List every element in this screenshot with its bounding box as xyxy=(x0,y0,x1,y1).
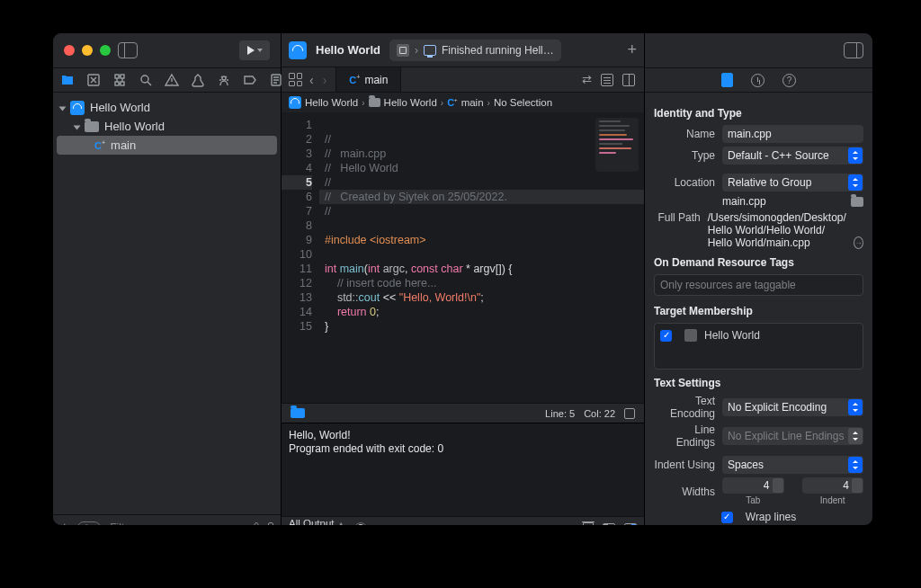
svg-rect-3 xyxy=(115,82,119,85)
console-scope[interactable]: All Output ▲▼ xyxy=(289,518,345,527)
console-filter-input[interactable] xyxy=(372,523,574,527)
tree-folder-row[interactable]: Hello World xyxy=(57,117,277,136)
test-navigator-icon[interactable] xyxy=(191,73,205,87)
tree-file-row[interactable]: C+ main xyxy=(57,136,277,155)
name-label: Name xyxy=(654,128,715,140)
filter-scope-icon[interactable]: ⊙≡ xyxy=(77,521,101,527)
inspector-body: Identity and Type Name main.cpp Type Def… xyxy=(645,93,872,526)
section-identity: Identity and Type xyxy=(654,107,863,120)
toggle-left-panel-icon[interactable] xyxy=(118,42,138,58)
encoding-select[interactable]: No Explicit Encoding xyxy=(722,398,863,416)
choose-location-icon[interactable] xyxy=(851,197,863,207)
inspector-selector: ? xyxy=(645,67,872,93)
editor-toolbar: Hello World › Finished running Hell… + xyxy=(282,33,644,67)
code-editor[interactable]: 123456789101112131415 //// main.cpp// He… xyxy=(282,112,644,403)
xcode-project-icon xyxy=(289,96,301,109)
path-icon[interactable] xyxy=(291,408,305,418)
editor-tab[interactable]: C+ main xyxy=(336,67,401,92)
jump-bar[interactable]: Hello World › Hello World › C+ main › No… xyxy=(282,93,644,112)
related-items-icon[interactable] xyxy=(289,73,302,86)
minimize-button[interactable] xyxy=(82,45,93,56)
cpp-file-icon: C+ xyxy=(447,97,457,109)
run-button[interactable] xyxy=(239,40,270,60)
navigator-filter-input[interactable] xyxy=(110,521,245,527)
wrap-label: Wrap lines xyxy=(746,511,796,523)
inspector-titlebar xyxy=(645,33,872,67)
issue-navigator-icon[interactable] xyxy=(165,73,179,87)
debug-navigator-icon[interactable] xyxy=(217,73,231,87)
minimap[interactable] xyxy=(595,118,639,172)
scheme-status-label: Finished running Hell… xyxy=(442,44,554,57)
project-tree: Hello World Hello World C+ main xyxy=(53,93,281,514)
toggle-right-panel-icon[interactable] xyxy=(844,42,863,58)
editor-mode-icon[interactable] xyxy=(624,408,635,419)
cpp-file-icon: C+ xyxy=(349,74,360,86)
navigator-selector xyxy=(53,67,281,93)
split-editor-icon[interactable] xyxy=(622,74,635,86)
jump-segment[interactable]: main xyxy=(461,97,484,108)
wrap-checkbox[interactable] xyxy=(721,512,733,523)
jump-segment[interactable]: Hello World xyxy=(305,97,358,108)
reveal-in-finder-icon[interactable] xyxy=(854,236,863,249)
disclosure-triangle-icon[interactable] xyxy=(74,125,81,129)
recent-files-icon[interactable] xyxy=(254,522,259,527)
jump-to-line-icon[interactable]: ⇄ xyxy=(582,73,592,86)
nav-forward-button[interactable]: › xyxy=(321,73,329,87)
scm-filter-icon[interactable] xyxy=(268,522,273,527)
filter-icon: ⦿ xyxy=(354,522,367,527)
type-label: Type xyxy=(654,149,715,162)
variables-pane-toggle[interactable] xyxy=(603,523,615,527)
tab-sublabel: Tab xyxy=(722,495,784,505)
breakpoint-navigator-icon[interactable] xyxy=(243,73,257,87)
add-editor-button[interactable]: + xyxy=(627,40,637,59)
scheme-selector[interactable]: › Finished running Hell… xyxy=(389,40,561,61)
console-output[interactable]: Hello, World! Program ended with exit co… xyxy=(282,423,644,516)
fullpath-value: /Users/simonogden/Desktop/ Hello World/H… xyxy=(708,211,846,249)
editor-area: Hello World › Finished running Hell… + ‹… xyxy=(282,33,645,526)
editor-statusbar: Line: 5 Col: 22 xyxy=(282,403,644,423)
quick-help-icon[interactable]: ? xyxy=(782,74,796,87)
project-name-label: Hello World xyxy=(316,43,380,57)
indent-select[interactable]: Spaces xyxy=(722,456,863,474)
close-button[interactable] xyxy=(64,45,75,56)
section-text: Text Settings xyxy=(654,377,863,389)
navigator-footer: + ⊙≡ xyxy=(53,514,281,526)
name-field[interactable]: main.cpp xyxy=(722,125,863,143)
clear-console-button[interactable] xyxy=(583,522,594,526)
source-control-navigator-icon[interactable] xyxy=(86,73,101,87)
editor-options-icon[interactable] xyxy=(601,74,613,86)
disclosure-triangle-icon[interactable] xyxy=(59,106,67,111)
find-navigator-icon[interactable] xyxy=(139,73,153,87)
window-titlebar xyxy=(53,33,281,67)
maximize-button[interactable] xyxy=(100,45,111,56)
location-select[interactable]: Relative to Group xyxy=(722,174,863,192)
section-odrt: On Demand Resource Tags xyxy=(654,256,863,269)
tree-project-row[interactable]: Hello World xyxy=(57,98,277,117)
traffic-lights xyxy=(64,45,111,56)
file-inspector-icon[interactable] xyxy=(721,73,733,87)
nav-back-button[interactable]: ‹ xyxy=(308,73,316,87)
chevron-down-icon xyxy=(257,49,263,52)
indent-sublabel: Indent xyxy=(802,495,864,505)
jump-segment[interactable]: No Selection xyxy=(494,97,552,108)
history-inspector-icon[interactable] xyxy=(751,74,765,87)
tab-label: main xyxy=(364,74,388,86)
executable-icon xyxy=(397,44,409,57)
location-sub-label: main.cpp xyxy=(722,195,844,208)
col-label: Col: 22 xyxy=(584,408,615,419)
type-select[interactable]: Default - C++ Source xyxy=(722,147,863,165)
target-name: Hello World xyxy=(704,329,760,342)
add-button[interactable]: + xyxy=(60,521,68,527)
console-pane-toggle[interactable] xyxy=(624,523,637,527)
lineendings-label: Line Endings xyxy=(654,423,715,449)
symbol-navigator-icon[interactable] xyxy=(112,73,127,87)
jump-segment[interactable]: Hello World xyxy=(384,97,437,108)
project-navigator-icon[interactable] xyxy=(60,73,75,87)
svg-point-6 xyxy=(222,76,226,80)
indent-width-field[interactable]: 4 xyxy=(802,477,864,494)
fullpath-label: Full Path xyxy=(654,211,701,224)
svg-point-5 xyxy=(141,76,148,83)
editor-tabbar: ‹ › C+ main ⇄ xyxy=(282,67,644,93)
target-checkbox[interactable] xyxy=(660,330,672,342)
tab-width-field[interactable]: 4 xyxy=(722,477,784,494)
